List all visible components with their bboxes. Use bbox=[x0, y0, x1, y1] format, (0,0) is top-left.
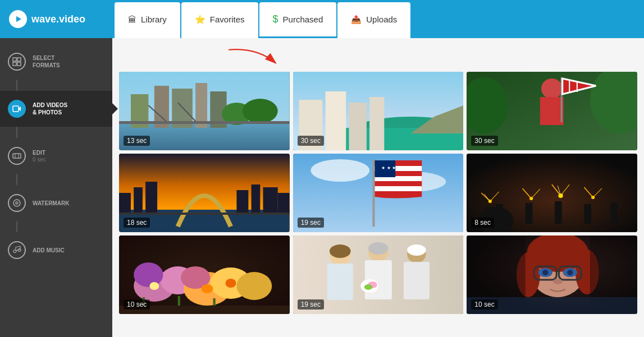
svg-point-37 bbox=[541, 79, 563, 99]
svg-rect-1 bbox=[13, 58, 16, 61]
svg-rect-38 bbox=[540, 97, 564, 125]
sidebar-label-select-formats: SELECT FORMATS bbox=[33, 54, 60, 69]
connector-4 bbox=[16, 221, 17, 232]
svg-point-111 bbox=[330, 244, 351, 258]
video-grid: 13 sec bbox=[112, 38, 644, 321]
svg-point-92 bbox=[236, 272, 272, 300]
svg-point-95 bbox=[202, 284, 213, 293]
svg-rect-53 bbox=[278, 193, 290, 213]
svg-point-126 bbox=[553, 279, 563, 284]
video-duration-7: 10 sec bbox=[124, 299, 150, 310]
svg-rect-2 bbox=[17, 58, 21, 61]
svg-rect-30 bbox=[325, 91, 346, 150]
tab-uploads[interactable]: 📤 Uploads bbox=[337, 2, 410, 38]
svg-rect-103 bbox=[327, 264, 353, 300]
sidebar-label-add-music: ADD MUSIC bbox=[33, 247, 65, 254]
connector-1 bbox=[16, 80, 17, 91]
video-card-8[interactable]: 19 sec bbox=[293, 236, 464, 314]
svg-point-11 bbox=[13, 250, 16, 253]
sidebar-item-add-music[interactable]: ADD MUSIC bbox=[0, 232, 112, 268]
video-duration-8: 19 sec bbox=[298, 299, 324, 310]
svg-point-113 bbox=[407, 244, 426, 256]
svg-point-55 bbox=[310, 159, 369, 182]
svg-rect-31 bbox=[349, 103, 366, 150]
arrow-annotation bbox=[219, 44, 286, 80]
tab-favorites-label: Favorites bbox=[210, 15, 245, 24]
svg-rect-23 bbox=[119, 121, 290, 124]
connector-2 bbox=[16, 127, 17, 138]
tabs-area: 🏛 Library ⭐ Favorites $ Purchased 📤 Uplo… bbox=[112, 0, 410, 38]
svg-rect-70 bbox=[584, 204, 592, 224]
video-duration-2: 30 sec bbox=[298, 136, 324, 146]
svg-rect-4 bbox=[17, 62, 21, 66]
svg-rect-71 bbox=[611, 203, 618, 224]
svg-rect-57 bbox=[372, 159, 374, 227]
purchased-icon: $ bbox=[273, 13, 278, 25]
video-duration-3: 30 sec bbox=[471, 136, 497, 146]
svg-text:★ ★ ★: ★ ★ ★ bbox=[381, 165, 396, 170]
top-navigation: wave.video 🏛 Library ⭐ Favorites $ Purch… bbox=[0, 0, 644, 38]
video-card-9[interactable]: 10 sec bbox=[467, 236, 637, 314]
svg-point-10 bbox=[16, 202, 18, 204]
svg-rect-32 bbox=[369, 97, 384, 150]
svg-rect-61 bbox=[374, 186, 422, 191]
svg-point-110 bbox=[364, 284, 372, 290]
svg-rect-47 bbox=[119, 193, 131, 213]
video-duration-1: 13 sec bbox=[124, 136, 150, 146]
svg-rect-46 bbox=[119, 213, 290, 215]
logo-text: wave.video bbox=[31, 13, 85, 25]
svg-marker-0 bbox=[16, 16, 21, 22]
svg-rect-3 bbox=[13, 62, 16, 66]
tab-library[interactable]: 🏛 Library bbox=[115, 2, 180, 38]
step-circle-1 bbox=[8, 53, 26, 71]
video-duration-4: 18 sec bbox=[124, 218, 150, 228]
tab-uploads-label: Uploads bbox=[366, 15, 397, 24]
library-icon: 🏛 bbox=[128, 15, 136, 24]
svg-rect-68 bbox=[526, 203, 533, 224]
svg-rect-52 bbox=[263, 187, 278, 213]
sidebar-item-add-videos[interactable]: ADD VIDEOS & PHOTOS bbox=[0, 91, 112, 127]
sidebar-label-watermark: WATERMARK bbox=[33, 200, 69, 207]
svg-rect-51 bbox=[252, 184, 261, 213]
video-card-5[interactable]: ★ ★ ★ 19 sec bbox=[293, 154, 464, 232]
sidebar-label-add-videos: ADD VIDEOS & PHOTOS bbox=[33, 101, 67, 116]
logo-icon bbox=[9, 10, 27, 28]
svg-rect-107 bbox=[404, 262, 430, 299]
svg-point-96 bbox=[226, 279, 236, 288]
content-area: SELECT FORMATS ADD VIDEOS & PHOTOS bbox=[0, 38, 644, 337]
uploads-icon: 📤 bbox=[351, 15, 362, 25]
svg-point-94 bbox=[149, 282, 159, 290]
tab-library-label: Library bbox=[141, 15, 167, 24]
logo-area: wave.video bbox=[0, 10, 112, 28]
svg-rect-69 bbox=[555, 201, 562, 224]
video-card-7[interactable]: 10 sec bbox=[119, 236, 290, 314]
svg-point-89 bbox=[134, 262, 163, 287]
svg-point-22 bbox=[243, 99, 278, 123]
tab-purchased-label: Purchased bbox=[283, 15, 323, 24]
video-card-3[interactable]: 30 sec bbox=[467, 72, 637, 150]
favorites-icon: ⭐ bbox=[195, 15, 205, 25]
svg-rect-48 bbox=[134, 187, 143, 213]
video-duration-5: 19 sec bbox=[298, 218, 324, 228]
svg-rect-50 bbox=[236, 190, 248, 213]
svg-point-125 bbox=[567, 270, 573, 275]
svg-rect-67 bbox=[496, 204, 504, 224]
tab-favorites[interactable]: ⭐ Favorites bbox=[181, 2, 258, 38]
sidebar: SELECT FORMATS ADD VIDEOS & PHOTOS bbox=[0, 38, 112, 337]
svg-rect-6 bbox=[13, 154, 21, 158]
tab-purchased[interactable]: $ Purchased bbox=[259, 2, 337, 38]
sidebar-item-select-formats[interactable]: SELECT FORMATS bbox=[0, 44, 112, 80]
step-circle-4 bbox=[8, 194, 26, 212]
svg-point-112 bbox=[368, 242, 389, 255]
sidebar-item-watermark[interactable]: WATERMARK bbox=[0, 185, 112, 221]
step-circle-2 bbox=[8, 100, 26, 118]
sidebar-item-edit[interactable]: EDIT 0 sec bbox=[0, 138, 112, 174]
video-card-6[interactable]: 8 sec bbox=[467, 154, 637, 232]
video-card-2[interactable]: 30 sec bbox=[293, 72, 464, 150]
svg-point-9 bbox=[13, 200, 20, 206]
svg-point-124 bbox=[542, 270, 548, 275]
video-card-1[interactable]: 13 sec bbox=[119, 72, 290, 150]
sidebar-sub-edit: 0 sec bbox=[33, 156, 46, 163]
sidebar-label-edit: EDIT bbox=[33, 149, 46, 156]
video-card-4[interactable]: 18 sec bbox=[119, 154, 290, 232]
